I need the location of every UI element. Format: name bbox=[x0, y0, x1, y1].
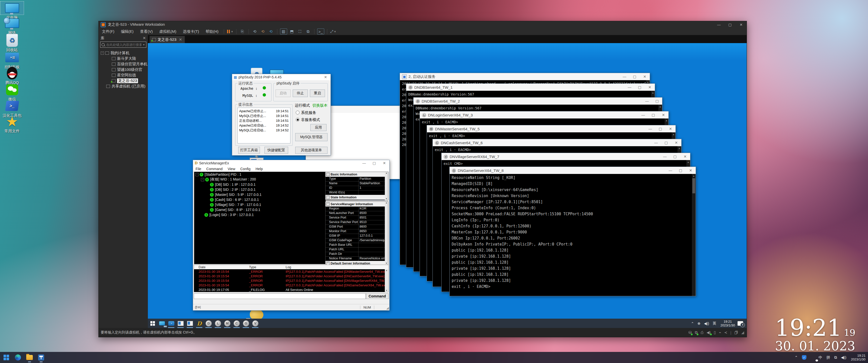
host-clock[interactable]: 19:212023/1/30 bbox=[851, 354, 866, 361]
mysql-manager-button[interactable]: MySQL管理器 bbox=[295, 133, 328, 141]
desktop-icon-qq[interactable]: 腾讯QQ bbox=[0, 67, 24, 85]
mode-option-nonservice[interactable]: 非服务模式 bbox=[296, 117, 320, 122]
close-icon[interactable]: ✕ bbox=[686, 168, 696, 172]
tray-chevron-icon[interactable]: ⌃ bbox=[795, 355, 798, 360]
serial-device-icon[interactable]: ⌁ bbox=[719, 330, 721, 335]
console-titlebar[interactable]: V DNVillageServerRX64_TW_7 —▢✕ bbox=[441, 153, 690, 160]
revert-snapshot-icon[interactable]: ⟲ bbox=[260, 29, 266, 34]
servicemanager-titlebar[interactable]: Ð ServiceManagerEx —▢✕ bbox=[193, 160, 389, 166]
guest-clock[interactable]: 19:212023/1/30 bbox=[720, 320, 735, 327]
switch-version-link[interactable]: 切换版本 bbox=[312, 103, 328, 108]
summary-view-icon[interactable]: ⬒ bbox=[289, 29, 295, 34]
scrollbar[interactable]: ▲▼ bbox=[385, 172, 388, 200]
mode-option-system[interactable]: 系统服务 bbox=[296, 110, 316, 115]
guest-taskbar-dnlogin[interactable]: L bbox=[213, 319, 222, 328]
maximize-icon[interactable]: ▢ bbox=[724, 21, 736, 28]
guest-start-button[interactable] bbox=[148, 319, 157, 328]
minimize-icon[interactable]: — bbox=[665, 168, 676, 172]
console-titlebar[interactable]: C DNCashServer64_TW_6 —▢✕ bbox=[433, 139, 681, 146]
toolbox-button[interactable]: 打开工具箱 bbox=[238, 147, 260, 154]
minimize-icon[interactable]: — bbox=[619, 75, 629, 79]
desktop-icon-recycle-bin[interactable]: ♻ 回收站 bbox=[0, 34, 24, 53]
guest-taskbar-dnvillage[interactable]: V bbox=[251, 319, 260, 328]
console-titlebar[interactable]: L DNLoginServerX64_TW_3 —▢✕ bbox=[420, 111, 669, 119]
printer-device-icon[interactable]: ⎙ bbox=[701, 330, 704, 335]
library-search[interactable]: ▼ bbox=[100, 42, 146, 47]
scrollbar[interactable]: ▲▼ bbox=[385, 269, 388, 292]
close-icon[interactable]: ✕ bbox=[645, 85, 655, 89]
close-library-icon[interactable]: ✕ bbox=[143, 36, 146, 40]
ime-pinyin[interactable]: 拼 bbox=[826, 355, 830, 360]
close-icon[interactable]: ✕ bbox=[640, 75, 650, 79]
maximize-icon[interactable]: ▢ bbox=[634, 85, 645, 89]
tree-item-vm-4[interactable]: 星空阿拉德 bbox=[99, 72, 148, 78]
security-shield-icon[interactable]: ✓ bbox=[802, 355, 806, 360]
host-taskbar-explorer[interactable] bbox=[24, 353, 35, 363]
speaker-icon[interactable]: ◀)) bbox=[841, 355, 846, 360]
harddisk-device-icon[interactable]: ⛁ bbox=[689, 330, 692, 335]
stop-button[interactable]: 停止 bbox=[293, 90, 308, 97]
maximize-icon[interactable]: ▢ bbox=[369, 161, 379, 165]
display-device-icon[interactable]: ⧉ bbox=[695, 330, 698, 335]
notification-icon[interactable]: 4 bbox=[738, 321, 743, 326]
command-button[interactable]: Command bbox=[366, 293, 389, 299]
hotkey-button[interactable]: 快捷键配置 bbox=[265, 147, 288, 154]
speaker-icon[interactable]: ◀)) bbox=[704, 321, 709, 325]
desktop-icon-network[interactable]: 网络 bbox=[0, 16, 24, 35]
unity-view-icon[interactable]: ⧉ bbox=[305, 29, 311, 34]
manage-snapshots-icon[interactable]: ⟲ bbox=[268, 29, 274, 34]
resize-grip[interactable]: ◢ bbox=[741, 330, 744, 335]
menu-edit[interactable]: 编辑(E) bbox=[118, 29, 137, 34]
close-icon[interactable]: ✕ bbox=[379, 161, 389, 165]
menu-file[interactable]: File bbox=[193, 167, 204, 171]
minimize-icon[interactable]: — bbox=[359, 161, 369, 165]
maximize-icon[interactable]: ▢ bbox=[648, 113, 658, 117]
tree-item-vm-1[interactable]: 新斗罗大陆 bbox=[99, 56, 148, 61]
maximize-icon[interactable]: ▢ bbox=[629, 75, 640, 79]
apply-button[interactable]: 应用 bbox=[310, 124, 327, 131]
menu-vm[interactable]: 虚拟机(M) bbox=[156, 29, 180, 34]
guest-taskbar-search-icon[interactable] bbox=[157, 319, 166, 328]
menu-help[interactable]: Help bbox=[253, 167, 266, 171]
network-adapter-icon[interactable]: ≺ bbox=[724, 330, 727, 335]
minimize-icon[interactable]: — bbox=[645, 127, 655, 131]
tree-item-shared-vms[interactable]: 共享虚拟机 (已弃用) bbox=[99, 84, 148, 89]
maximize-icon[interactable]: ▢ bbox=[661, 141, 671, 145]
host-start-button[interactable] bbox=[1, 353, 11, 363]
guest-taskbar-dndb[interactable]: D bbox=[204, 319, 213, 328]
menu-config[interactable]: Config bbox=[238, 167, 253, 171]
guest-taskbar-dngame[interactable]: G bbox=[241, 319, 251, 328]
usb-device-icon[interactable]: ▯ bbox=[714, 330, 716, 335]
other-options-button[interactable]: 其他选项菜单 bbox=[295, 147, 328, 154]
menu-help[interactable]: 帮助(H) bbox=[203, 29, 222, 34]
maximize-icon[interactable]: ▢ bbox=[652, 99, 662, 103]
minimize-icon[interactable]: — bbox=[624, 85, 634, 89]
desktop-icon-wechat[interactable]: 微信 bbox=[0, 83, 24, 102]
minimize-icon[interactable]: — bbox=[660, 155, 670, 159]
menu-view[interactable]: 查看(V) bbox=[137, 29, 156, 34]
close-icon[interactable]: ✕ bbox=[320, 75, 331, 79]
guest-taskbar-console-db[interactable] bbox=[176, 319, 185, 328]
host-taskbar-edge[interactable] bbox=[12, 353, 23, 363]
minimize-icon[interactable]: — bbox=[651, 141, 661, 145]
guest-taskbar-phpstudy[interactable]: ◔ bbox=[166, 319, 176, 328]
console-titlebar[interactable]: D DNDBServer64_TW_2 —▢ bbox=[413, 98, 662, 105]
scrollbar[interactable]: ▲▼ bbox=[385, 202, 388, 265]
close-icon[interactable]: ✕ bbox=[736, 21, 747, 28]
scrollbar[interactable]: ▲ bbox=[692, 174, 696, 296]
phpstudy-titlebar[interactable]: ▦ phpStudy 2018 PHP-5.4.45 ✕ bbox=[232, 74, 331, 80]
fullscreen-icon[interactable]: ⤢▼ bbox=[330, 29, 337, 34]
tree-item-my-computer[interactable]: −我的计算机 bbox=[99, 50, 148, 56]
show-library-icon[interactable]: ▥ bbox=[280, 29, 287, 35]
guest-taskbar-dnmaster[interactable]: M bbox=[222, 319, 232, 328]
menu-file[interactable]: 文件(F) bbox=[99, 29, 118, 34]
console-titlebar[interactable]: G DNGameServerX64_TW_8 —▢✕ bbox=[450, 167, 696, 174]
tree-item-vm-2[interactable]: 百级仿官望月单机 bbox=[99, 61, 148, 67]
close-icon[interactable]: ✕ bbox=[671, 141, 681, 145]
menu-tabs[interactable]: 选项卡(T) bbox=[180, 29, 203, 34]
input-language[interactable]: 英 bbox=[713, 321, 716, 326]
tree-item-vm-3[interactable]: 望越100级仿官 bbox=[99, 67, 148, 72]
tray-chevron-icon[interactable]: ⌃ bbox=[691, 321, 694, 325]
close-icon[interactable]: ✕ bbox=[680, 155, 690, 159]
restart-button[interactable]: 重启 bbox=[310, 90, 325, 97]
